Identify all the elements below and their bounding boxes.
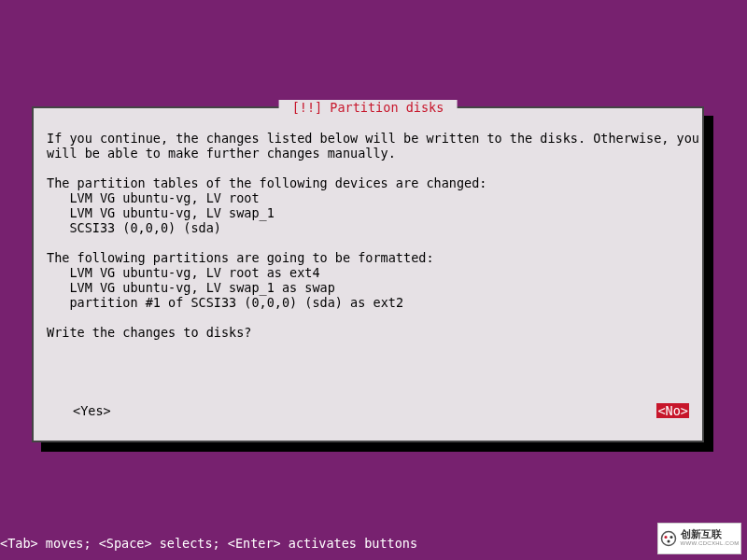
no-button[interactable]: <No> [656, 403, 689, 418]
watermark-main: 创新互联 [681, 529, 740, 539]
watermark-sub: WWW.CDCXHL.COM [681, 539, 740, 548]
svg-point-2 [669, 536, 672, 539]
svg-point-3 [667, 540, 669, 543]
changed-item-2: LVM VG ubuntu-vg, LV swap_1 [69, 205, 274, 220]
changed-header: The partition tables of the following de… [47, 175, 486, 190]
help-bar: <Tab> moves; <Space> selects; <Enter> ac… [0, 536, 417, 551]
dialog-title-text: [!!] Partition disks [292, 100, 444, 115]
format-item-2: LVM VG ubuntu-vg, LV swap_1 as swap [69, 280, 334, 295]
watermark-text: 创新互联 WWW.CDCXHL.COM [681, 529, 740, 548]
button-row: <Yes> <No> [47, 403, 689, 418]
watermark-badge: 创新互联 WWW.CDCXHL.COM [657, 523, 741, 554]
intro-line-1: If you continue, the changes listed belo… [47, 131, 699, 146]
format-item-1: LVM VG ubuntu-vg, LV root as ext4 [69, 265, 319, 280]
yes-button[interactable]: <Yes> [73, 403, 111, 418]
dialog-body: If you continue, the changes listed belo… [47, 131, 689, 340]
format-item-3: partition #1 of SCSI33 (0,0,0) (sda) as … [69, 295, 403, 310]
changed-item-1: LVM VG ubuntu-vg, LV root [69, 190, 259, 205]
link-icon [660, 530, 677, 547]
intro-line-2: will be able to make further changes man… [47, 146, 396, 161]
format-header: The following partitions are going to be… [47, 250, 434, 265]
svg-point-0 [661, 532, 675, 546]
changed-item-3: SCSI33 (0,0,0) (sda) [69, 220, 221, 235]
partition-dialog: [!!] Partition disks If you continue, th… [32, 106, 704, 442]
svg-point-1 [664, 536, 667, 539]
confirm-prompt: Write the changes to disks? [47, 325, 251, 340]
dialog-title: [!!] Partition disks [279, 100, 458, 115]
